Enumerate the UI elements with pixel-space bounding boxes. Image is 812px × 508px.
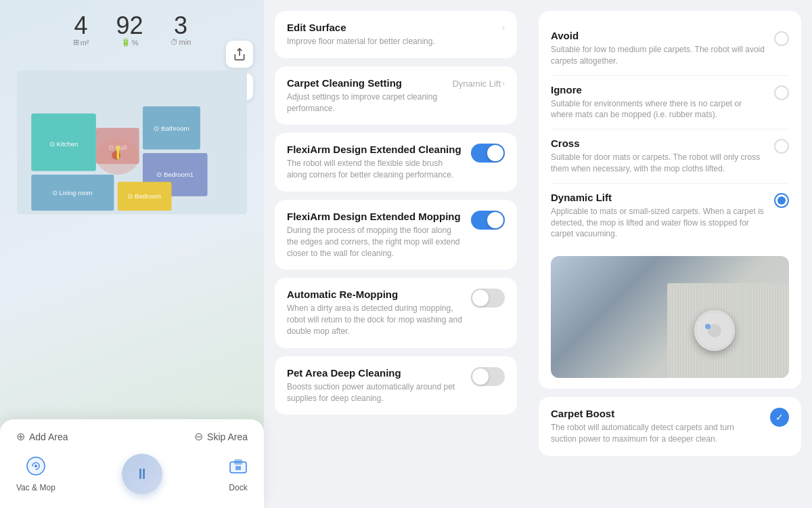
chevron-icon: › xyxy=(502,79,505,88)
flexiarm-cleaning-toggle[interactable] xyxy=(471,144,505,163)
area-stat: 4 ⊞ m² xyxy=(73,14,89,47)
add-area-button[interactable]: ⊕ Add Area xyxy=(16,430,68,443)
cross-radio[interactable] xyxy=(774,139,789,154)
pet-area-title: Pet Area Deep Cleaning xyxy=(287,367,463,379)
carpet-boost-card: Carpet Boost The robot will automaticall… xyxy=(539,397,801,456)
toggle-knob xyxy=(472,290,489,306)
pause-icon: ⏸ xyxy=(135,465,150,483)
flexiarm-mopping-toggle[interactable] xyxy=(471,211,505,230)
dynamic-lift-option[interactable]: Dynamic Lift Applicable to mats or small… xyxy=(551,184,789,248)
dock-icon xyxy=(229,457,248,480)
pet-area-row: Pet Area Deep Cleaning Boosts suction po… xyxy=(287,367,505,404)
svg-text:⊙ Kitchen: ⊙ Kitchen xyxy=(49,140,78,148)
bottom-controls: ⊕ Add Area ⊖ Skip Area Vac & Mop xyxy=(0,419,264,508)
flexiarm-cleaning-row: FlexiArm Design Extended Cleaning The ro… xyxy=(287,144,505,181)
area-value: 4 xyxy=(74,14,88,38)
pet-area-desc: Boosts suction power automatically aroun… xyxy=(287,381,463,404)
skip-icon: ⊖ xyxy=(194,430,203,443)
area-unit: ⊞ m² xyxy=(73,38,89,47)
battery-stat: 92 🔋 % xyxy=(116,14,143,47)
cross-option[interactable]: Cross Suitable for door mats or carpets.… xyxy=(551,129,789,184)
ignore-option[interactable]: Ignore Suitable for environments where t… xyxy=(551,76,789,130)
skip-area-label: Skip Area xyxy=(207,431,248,442)
time-unit: ⏱ min xyxy=(171,38,191,46)
main-controls: Vac & Mop ⏸ Dock xyxy=(16,454,248,494)
carpet-boost-check[interactable]: ✓ xyxy=(770,408,789,427)
avoid-title: Avoid xyxy=(551,30,766,41)
add-area-label: Add Area xyxy=(29,431,68,442)
carpet-cleaning-title: Carpet Cleaning Setting xyxy=(287,77,444,89)
cross-desc: Suitable for door mats or carpets. The r… xyxy=(551,152,766,175)
svg-rect-22 xyxy=(235,466,241,470)
flexiarm-mopping-title: FlexiArm Design Extended Mopping xyxy=(287,211,463,222)
flexiarm-mopping-card: FlexiArm Design Extended Mopping During … xyxy=(275,200,517,270)
right-panel: Avoid Suitable for low to medium pile ca… xyxy=(528,0,812,508)
avoid-text: Avoid Suitable for low to medium pile ca… xyxy=(551,30,774,67)
vac-mop-label: Vac & Mop xyxy=(16,483,55,492)
carpet-cleaning-text: Carpet Cleaning Setting Adjust settings … xyxy=(287,77,452,114)
carpet-image xyxy=(551,256,789,378)
auto-remopping-desc: When a dirty area is detected during mop… xyxy=(287,303,463,337)
carpet-cleaning-value: Dynamic Lift › xyxy=(452,77,505,89)
carpet-options-card: Avoid Suitable for low to medium pile ca… xyxy=(539,11,801,389)
skip-area-button[interactable]: ⊖ Skip Area xyxy=(194,430,248,443)
avoid-radio[interactable] xyxy=(774,31,789,46)
svg-point-25 xyxy=(705,324,710,329)
flexiarm-mopping-desc: During the process of mopping the floor … xyxy=(287,225,463,259)
flexiarm-mopping-row: FlexiArm Design Extended Mopping During … xyxy=(287,211,505,259)
pause-button[interactable]: ⏸ xyxy=(122,454,162,494)
toggle-knob xyxy=(487,212,503,228)
edit-surface-card[interactable]: Edit Surface Improve floor material for … xyxy=(275,11,517,58)
dynamic-lift-text: Dynamic Lift Applicable to mats or small… xyxy=(551,192,774,240)
ignore-text: Ignore Suitable for environments where t… xyxy=(551,84,774,121)
pet-area-card: Pet Area Deep Cleaning Boosts suction po… xyxy=(275,356,517,415)
carpet-boost-text: Carpet Boost The robot will automaticall… xyxy=(551,408,770,445)
ignore-desc: Suitable for environments where there is… xyxy=(551,98,766,121)
flexiarm-cleaning-title: FlexiArm Design Extended Cleaning xyxy=(287,144,463,155)
middle-panel: Edit Surface Improve floor material for … xyxy=(264,0,528,508)
carpet-cleaning-row: Carpet Cleaning Setting Adjust settings … xyxy=(287,77,505,114)
flexiarm-cleaning-text: FlexiArm Design Extended Cleaning The ro… xyxy=(287,144,471,181)
toggle-knob xyxy=(472,368,489,385)
auto-remopping-text: Automatic Re-Mopping When a dirty area i… xyxy=(287,289,471,337)
dynamic-lift-radio[interactable] xyxy=(774,193,789,208)
edit-surface-desc: Improve floor material for better cleani… xyxy=(287,36,494,47)
carpet-options-list: Avoid Suitable for low to medium pile ca… xyxy=(551,22,789,248)
left-panel: 4 ⊞ m² 92 🔋 % 3 ⏱ min xyxy=(0,0,264,508)
carpet-boost-title: Carpet Boost xyxy=(551,408,762,419)
edit-surface-chevron: › xyxy=(502,22,505,33)
carpet-boost-desc: The robot will automatically detect carp… xyxy=(551,422,762,445)
svg-rect-17 xyxy=(117,146,119,158)
auto-remopping-card: Automatic Re-Mopping When a dirty area i… xyxy=(275,278,517,347)
flexiarm-mopping-text: FlexiArm Design Extended Mopping During … xyxy=(287,211,471,259)
vac-mop-icon xyxy=(26,457,45,480)
robot-image xyxy=(694,310,735,351)
auto-remopping-toggle[interactable] xyxy=(471,289,505,308)
floor-map[interactable]: ⊙ Kitchen ⊙ Hall ⊙ Bathroom ⊙ Bedroom1 ⊙… xyxy=(17,64,247,220)
auto-remopping-row: Automatic Re-Mopping When a dirty area i… xyxy=(287,289,505,337)
pet-area-toggle[interactable] xyxy=(471,367,505,386)
ignore-radio[interactable] xyxy=(774,85,789,100)
svg-text:⊙ Bedroom: ⊙ Bedroom xyxy=(127,192,160,200)
battery-value: 92 xyxy=(116,14,143,38)
time-stat: 3 ⏱ min xyxy=(171,14,191,47)
vac-mop-button[interactable]: Vac & Mop xyxy=(16,457,55,492)
carpet-cleaning-card[interactable]: Carpet Cleaning Setting Adjust settings … xyxy=(275,66,517,125)
dock-button[interactable]: Dock xyxy=(229,457,248,492)
cross-text: Cross Suitable for door mats or carpets.… xyxy=(551,137,774,175)
svg-text:⊙ Living room: ⊙ Living room xyxy=(52,189,93,196)
area-actions: ⊕ Add Area ⊖ Skip Area xyxy=(16,430,248,443)
avoid-desc: Suitable for low to medium pile carpets.… xyxy=(551,44,766,67)
edit-surface-row: Edit Surface Improve floor material for … xyxy=(287,22,505,47)
add-icon: ⊕ xyxy=(16,430,25,443)
share-button[interactable] xyxy=(226,41,253,68)
edit-surface-text: Edit Surface Improve floor material for … xyxy=(287,22,502,47)
avoid-option[interactable]: Avoid Suitable for low to medium pile ca… xyxy=(551,22,789,76)
chevron-icon: › xyxy=(502,23,505,33)
svg-text:⊙ Bathroom: ⊙ Bathroom xyxy=(154,125,189,132)
flexiarm-cleaning-card: FlexiArm Design Extended Cleaning The ro… xyxy=(275,133,517,192)
edit-surface-title: Edit Surface xyxy=(287,22,494,33)
svg-point-16 xyxy=(112,151,120,160)
dynamic-lift-desc: Applicable to mats or small-sized carpet… xyxy=(551,206,766,240)
toggle-knob xyxy=(487,145,503,161)
